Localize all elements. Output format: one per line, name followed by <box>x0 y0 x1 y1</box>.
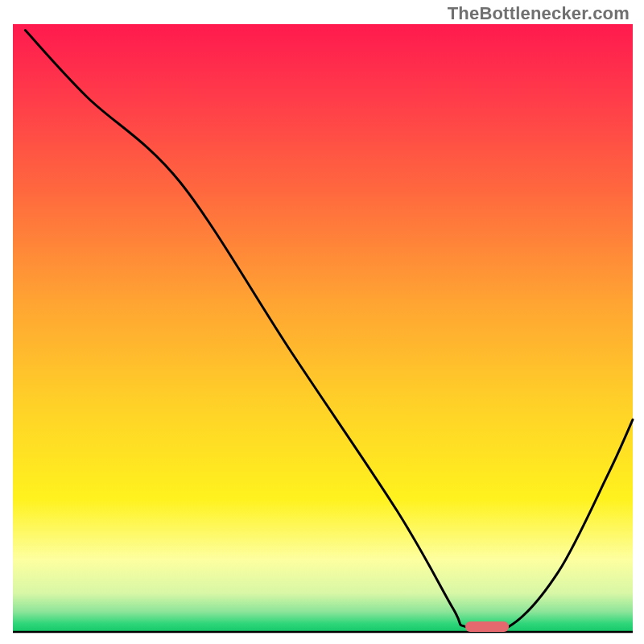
minimum-marker <box>465 621 509 632</box>
chart-root: TheBottlenecker.com <box>0 0 644 644</box>
watermark-text: TheBottlenecker.com <box>448 3 630 24</box>
chart-background <box>13 24 633 633</box>
chart-canvas <box>0 0 644 644</box>
